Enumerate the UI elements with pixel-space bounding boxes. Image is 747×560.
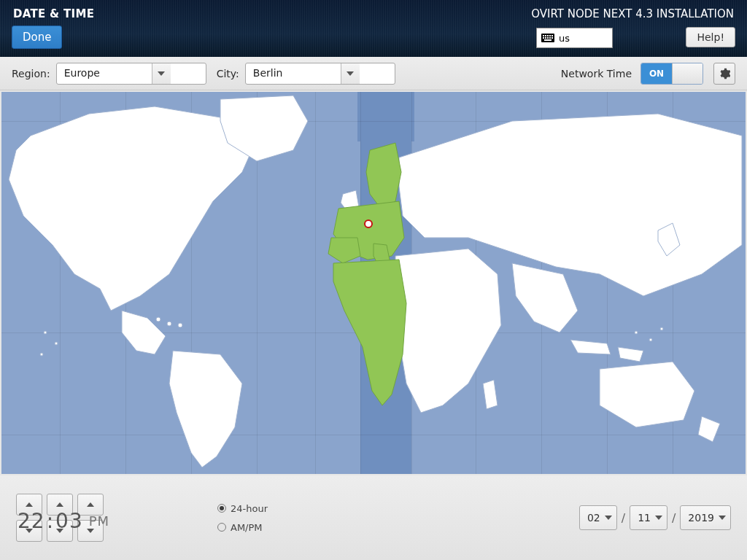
format-ampm-label: AM/PM [231,522,263,533]
time-colon: : [47,509,54,533]
installer-title: OVIRT NODE NEXT 4.3 INSTALLATION [531,7,734,20]
svg-point-19 [649,338,652,341]
svg-rect-1 [543,35,544,36]
format-ampm-option[interactable]: AM/PM [217,520,268,534]
city-select[interactable]: Berlin [245,63,395,85]
svg-point-18 [635,331,638,334]
svg-rect-8 [547,37,549,39]
header: DATE & TIME Done OVIRT NODE NEXT 4.3 INS… [0,0,747,57]
ampm-value: PM [89,513,109,529]
chevron-down-icon [719,516,726,520]
day-value: 02 [587,512,600,524]
svg-rect-6 [543,37,544,39]
svg-rect-2 [545,35,546,36]
radio-icon [217,523,226,532]
date-separator: / [622,511,625,525]
chevron-up-icon [87,502,94,507]
radio-icon [217,504,226,513]
svg-rect-4 [549,35,551,36]
svg-point-14 [178,323,182,327]
selected-city-marker [364,219,373,228]
chevron-down-icon [152,63,171,84]
help-button[interactable]: Help! [686,27,735,47]
city-label: City: [217,68,239,79]
network-time-settings-button[interactable] [713,63,735,85]
region-label: Region: [12,68,50,79]
svg-point-17 [40,353,43,356]
region-select-value: Europe [57,63,152,84]
minutes-value: 03 [55,509,83,533]
svg-rect-7 [545,37,546,39]
location-toolbar: Region: Europe City: Berlin Network Time… [0,57,747,90]
world-map-svg [1,92,746,474]
datetime-toolbar: 22 : 03 PM 24-hour AM/PM 02 / 11 / 2019 [0,475,747,560]
timezone-map-container [0,90,747,475]
chevron-down-icon [605,516,612,520]
chevron-down-icon [655,516,662,520]
chevron-up-icon [26,502,33,507]
network-time-toggle[interactable]: ON [640,63,703,85]
svg-rect-5 [551,35,553,36]
timezone-map[interactable] [1,92,746,474]
chevron-up-icon [56,502,63,507]
svg-point-12 [156,317,160,322]
day-select[interactable]: 02 [579,505,617,530]
keyboard-layout-label: us [559,33,570,44]
svg-point-16 [55,342,58,345]
page-title: DATE & TIME [13,7,94,20]
svg-rect-9 [549,37,551,39]
svg-point-15 [44,331,47,334]
done-button[interactable]: Done [12,26,62,49]
keyboard-icon [541,34,554,42]
region-select[interactable]: Europe [56,63,206,85]
svg-point-13 [167,322,171,326]
network-time-on-label: ON [641,63,672,84]
svg-rect-3 [547,35,549,36]
keyboard-layout-indicator[interactable]: us [536,28,613,48]
city-select-value: Berlin [246,63,341,84]
svg-rect-10 [551,37,553,39]
svg-point-20 [660,327,663,330]
format-24h-option[interactable]: 24-hour [217,501,268,516]
year-select[interactable]: 2019 [680,505,731,530]
chevron-down-icon [341,63,360,84]
toggle-knob [672,63,703,84]
gear-icon [719,68,730,79]
hours-value: 22 [18,509,45,533]
time-format-group: 24-hour AM/PM [217,501,268,534]
year-value: 2019 [688,512,714,524]
date-separator: / [672,511,676,525]
month-value: 11 [638,512,651,524]
time-display: 22 : 03 PM [18,509,109,533]
format-24h-label: 24-hour [231,503,268,514]
network-time-label: Network Time [561,68,632,79]
svg-rect-11 [544,39,551,41]
month-select[interactable]: 11 [630,505,667,530]
